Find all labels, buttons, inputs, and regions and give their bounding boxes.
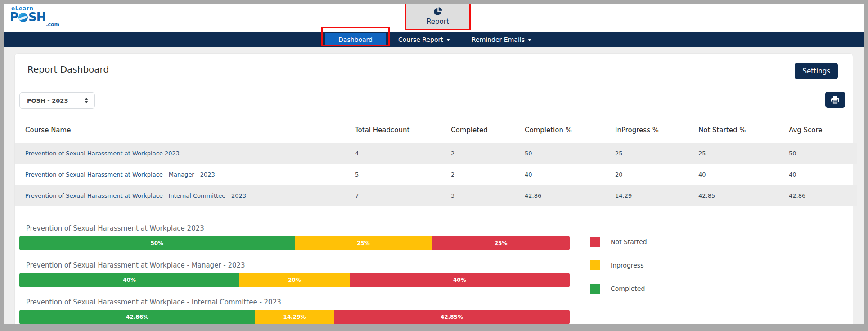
completion-pct-value: 42.86 (525, 185, 615, 206)
completion-pct-value: 50 (525, 143, 615, 164)
report-tab[interactable]: Report (406, 4, 469, 29)
printer-icon (831, 96, 840, 104)
bar-segment-not-started: 25% (432, 236, 570, 250)
elearnposh-logo[interactable]: eLearn PSH .com (10, 6, 59, 27)
total-headcount-value: 7 (355, 185, 451, 206)
col-header-avg-score: Avg Score (789, 117, 857, 143)
col-header-not-started-pct: Not Started % (698, 117, 789, 143)
bar-segment-not-started: 42.85% (334, 310, 570, 324)
nav-item-course-report[interactable]: Course Report (398, 32, 450, 47)
chart-course-3: Prevention of Sexual Harassment at Workp… (15, 298, 853, 324)
page-title: Report Dashboard (27, 64, 109, 75)
col-header-completion-pct: Completion % (525, 117, 615, 143)
report-tab-label: Report (427, 18, 449, 26)
completed-swatch (590, 284, 600, 294)
main-nav-bar: Dashboard Course Report Reminder Emails (4, 32, 864, 47)
select-updown-icon (85, 98, 88, 103)
app-window: eLearn PSH .com Report Dashboard Course … (4, 4, 864, 324)
completed-value: 3 (451, 185, 525, 206)
stacked-progress-bar: 40%20%40% (19, 273, 570, 287)
report-tab-annotation-box: Report (405, 4, 471, 30)
col-header-course-name: Course Name (15, 117, 355, 143)
stacked-progress-bar: 42.86%14.29%42.85% (19, 310, 570, 324)
dashboard-annotation-box (321, 27, 390, 46)
not-started-swatch (590, 237, 600, 247)
col-header-total-headcount: Total Headcount (355, 117, 451, 143)
avg-score-value: 50 (789, 143, 857, 164)
chart-title: Prevention of Sexual Harassment at Workp… (26, 261, 853, 269)
col-header-inprogress-pct: InProgress % (615, 117, 698, 143)
nav-course-report-label: Course Report (398, 36, 443, 43)
not-started-pct-value: 40 (698, 164, 789, 185)
report-dashboard-card: Report Dashboard Settings POSH - 2023 (14, 53, 853, 324)
table-row: Prevention of Sexual Harassment at Workp… (15, 185, 857, 206)
inprogress-pct-value: 25 (615, 143, 698, 164)
avg-score-value: 40 (789, 164, 857, 185)
legend-label: Completed (611, 285, 645, 292)
nav-item-reminder-emails[interactable]: Reminder Emails (472, 32, 531, 47)
course-filter-select[interactable]: POSH - 2023 (19, 92, 95, 109)
table-row: Prevention of Sexual Harassment at Workp… (15, 164, 857, 185)
bar-segment-not-started: 40% (350, 273, 570, 287)
not-started-pct-value: 42.85 (698, 185, 789, 206)
pie-chart-icon (433, 7, 443, 16)
bar-segment-completed: 42.86% (19, 310, 255, 324)
inprogress-pct-value: 20 (615, 164, 698, 185)
inprogress-swatch (590, 260, 600, 270)
settings-button[interactable]: Settings (795, 63, 838, 79)
chart-course-1: Prevention of Sexual Harassment at Workp… (15, 224, 853, 250)
legend-item-completed: Completed (590, 284, 647, 294)
bar-segment-completed: 50% (19, 236, 295, 250)
course-filter-value: POSH - 2023 (27, 97, 68, 104)
top-header-bar: eLearn PSH .com Report (4, 4, 864, 32)
table-row: Prevention of Sexual Harassment at Workp… (15, 143, 857, 164)
chart-course-2: Prevention of Sexual Harassment at Workp… (15, 261, 853, 287)
bar-segment-inprogress: 14.29% (255, 310, 334, 324)
bar-segment-completed: 40% (19, 273, 239, 287)
legend-item-inprogress: Inprogress (590, 260, 647, 270)
stacked-progress-bar: 50%25%25% (19, 236, 570, 250)
legend-label: Inprogress (611, 262, 643, 269)
course-name-link[interactable]: Prevention of Sexual Harassment at Workp… (15, 143, 355, 164)
completion-charts-section: Prevention of Sexual Harassment at Workp… (15, 206, 853, 324)
avg-score-value: 42.86 (789, 185, 857, 206)
col-header-completed: Completed (451, 117, 525, 143)
bar-segment-inprogress: 20% (239, 273, 350, 287)
total-headcount-value: 5 (355, 164, 451, 185)
nav-reminder-emails-label: Reminder Emails (472, 36, 525, 43)
course-name-link[interactable]: Prevention of Sexual Harassment at Workp… (15, 164, 355, 185)
bar-segment-inprogress: 25% (295, 236, 432, 250)
print-button[interactable] (825, 92, 845, 108)
chart-title: Prevention of Sexual Harassment at Workp… (26, 298, 853, 306)
chevron-down-icon (446, 39, 450, 41)
course-report-table: Course Name Total Headcount Completed Co… (15, 117, 853, 206)
legend-item-not-started: Not Started (590, 237, 647, 247)
logo-swoosh-o-icon (18, 13, 28, 22)
course-name-link[interactable]: Prevention of Sexual Harassment at Workp… (15, 185, 355, 206)
chevron-down-icon (528, 39, 531, 41)
legend-label: Not Started (611, 238, 647, 245)
chart-title: Prevention of Sexual Harassment at Workp… (26, 224, 853, 232)
completed-value: 2 (451, 164, 525, 185)
completed-value: 2 (451, 143, 525, 164)
not-started-pct-value: 25 (698, 143, 789, 164)
table-header-row: Course Name Total Headcount Completed Co… (15, 117, 857, 143)
inprogress-pct-value: 14.29 (615, 185, 698, 206)
chart-legend: Not Started Inprogress Completed (590, 237, 647, 307)
total-headcount-value: 4 (355, 143, 451, 164)
completion-pct-value: 40 (525, 164, 615, 185)
